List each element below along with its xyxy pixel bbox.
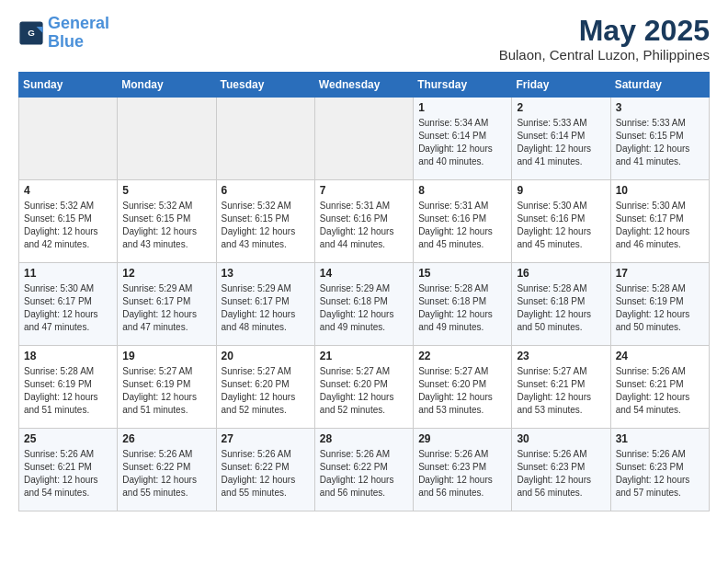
- day-number: 4: [24, 184, 112, 197]
- calendar-cell: 28Sunrise: 5:26 AM Sunset: 6:22 PM Dayli…: [314, 429, 413, 511]
- calendar-cell: 24Sunrise: 5:26 AM Sunset: 6:21 PM Dayli…: [610, 346, 709, 429]
- day-info: Sunrise: 5:26 AM Sunset: 6:21 PM Dayligh…: [616, 365, 704, 417]
- calendar-cell: 15Sunrise: 5:28 AM Sunset: 6:18 PM Dayli…: [414, 263, 512, 346]
- calendar-cell: 16Sunrise: 5:28 AM Sunset: 6:18 PM Dayli…: [512, 263, 610, 346]
- day-info: Sunrise: 5:26 AM Sunset: 6:22 PM Dayligh…: [222, 448, 310, 500]
- calendar-header: Sunday Monday Tuesday Wednesday Thursday…: [19, 73, 710, 98]
- day-info: Sunrise: 5:28 AM Sunset: 6:18 PM Dayligh…: [517, 282, 605, 334]
- day-info: Sunrise: 5:28 AM Sunset: 6:18 PM Dayligh…: [418, 282, 506, 334]
- day-info: Sunrise: 5:30 AM Sunset: 6:16 PM Dayligh…: [517, 200, 605, 251]
- day-info: Sunrise: 5:32 AM Sunset: 6:15 PM Dayligh…: [122, 200, 210, 251]
- day-number: 3: [616, 101, 704, 114]
- calendar-cell: 17Sunrise: 5:28 AM Sunset: 6:19 PM Dayli…: [610, 263, 709, 346]
- day-info: Sunrise: 5:26 AM Sunset: 6:22 PM Dayligh…: [122, 448, 210, 500]
- day-info: Sunrise: 5:26 AM Sunset: 6:23 PM Dayligh…: [517, 448, 605, 500]
- subtitle: Bulaon, Central Luzon, Philippines: [499, 47, 710, 63]
- day-info: Sunrise: 5:34 AM Sunset: 6:14 PM Dayligh…: [418, 117, 506, 168]
- calendar-cell: 3Sunrise: 5:33 AM Sunset: 6:15 PM Daylig…: [610, 98, 709, 180]
- day-number: 25: [24, 432, 112, 445]
- day-number: 16: [517, 267, 605, 280]
- day-number: 19: [122, 350, 210, 362]
- day-number: 6: [222, 184, 310, 197]
- calendar-cell: [216, 98, 314, 180]
- day-number: 27: [222, 432, 310, 445]
- day-number: 11: [24, 267, 112, 280]
- header-wednesday: Wednesday: [314, 73, 413, 98]
- day-number: 7: [320, 184, 408, 197]
- day-number: 18: [24, 350, 112, 362]
- calendar-cell: 2Sunrise: 5:33 AM Sunset: 6:14 PM Daylig…: [512, 98, 610, 180]
- calendar-week-3: 11Sunrise: 5:30 AM Sunset: 6:17 PM Dayli…: [19, 263, 710, 346]
- day-info: Sunrise: 5:26 AM Sunset: 6:23 PM Dayligh…: [418, 448, 506, 500]
- calendar-cell: 5Sunrise: 5:32 AM Sunset: 6:15 PM Daylig…: [118, 180, 216, 263]
- calendar-week-5: 25Sunrise: 5:26 AM Sunset: 6:21 PM Dayli…: [19, 429, 710, 511]
- calendar-week-1: 1Sunrise: 5:34 AM Sunset: 6:14 PM Daylig…: [19, 98, 710, 180]
- day-number: 2: [517, 101, 605, 114]
- day-number: 14: [320, 267, 408, 280]
- logo-text: GeneralBlue: [48, 15, 109, 52]
- day-number: 17: [616, 267, 704, 280]
- calendar-cell: 22Sunrise: 5:27 AM Sunset: 6:20 PM Dayli…: [414, 346, 512, 429]
- calendar-cell: [314, 98, 413, 180]
- calendar-cell: 27Sunrise: 5:26 AM Sunset: 6:22 PM Dayli…: [216, 429, 314, 511]
- calendar-cell: 6Sunrise: 5:32 AM Sunset: 6:15 PM Daylig…: [216, 180, 314, 263]
- day-number: 21: [320, 350, 408, 362]
- calendar-cell: 18Sunrise: 5:28 AM Sunset: 6:19 PM Dayli…: [19, 346, 118, 429]
- day-number: 29: [418, 432, 506, 445]
- header-row: Sunday Monday Tuesday Wednesday Thursday…: [19, 73, 710, 98]
- day-info: Sunrise: 5:28 AM Sunset: 6:19 PM Dayligh…: [24, 365, 112, 417]
- main-title: May 2025: [499, 15, 710, 47]
- header-thursday: Thursday: [414, 73, 512, 98]
- calendar-page: G GeneralBlue May 2025 Bulaon, Central L…: [0, 0, 728, 526]
- day-info: Sunrise: 5:30 AM Sunset: 6:17 PM Dayligh…: [616, 200, 704, 251]
- day-number: 1: [418, 101, 506, 114]
- calendar-cell: 29Sunrise: 5:26 AM Sunset: 6:23 PM Dayli…: [414, 429, 512, 511]
- day-info: Sunrise: 5:26 AM Sunset: 6:23 PM Dayligh…: [616, 448, 704, 500]
- day-number: 10: [616, 184, 704, 197]
- day-info: Sunrise: 5:26 AM Sunset: 6:22 PM Dayligh…: [320, 448, 408, 500]
- calendar-cell: 10Sunrise: 5:30 AM Sunset: 6:17 PM Dayli…: [610, 180, 709, 263]
- calendar-cell: 8Sunrise: 5:31 AM Sunset: 6:16 PM Daylig…: [414, 180, 512, 263]
- day-info: Sunrise: 5:27 AM Sunset: 6:20 PM Dayligh…: [320, 365, 408, 417]
- header-monday: Monday: [118, 73, 216, 98]
- day-number: 24: [616, 350, 704, 362]
- calendar-week-4: 18Sunrise: 5:28 AM Sunset: 6:19 PM Dayli…: [19, 346, 710, 429]
- day-number: 22: [418, 350, 506, 362]
- day-info: Sunrise: 5:29 AM Sunset: 6:17 PM Dayligh…: [122, 282, 210, 334]
- calendar-cell: 13Sunrise: 5:29 AM Sunset: 6:17 PM Dayli…: [216, 263, 314, 346]
- day-info: Sunrise: 5:27 AM Sunset: 6:20 PM Dayligh…: [222, 365, 310, 417]
- calendar-cell: 21Sunrise: 5:27 AM Sunset: 6:20 PM Dayli…: [314, 346, 413, 429]
- header-saturday: Saturday: [610, 73, 709, 98]
- day-info: Sunrise: 5:26 AM Sunset: 6:21 PM Dayligh…: [24, 448, 112, 500]
- day-number: 8: [418, 184, 506, 197]
- title-block: May 2025 Bulaon, Central Luzon, Philippi…: [499, 15, 710, 63]
- calendar-cell: 19Sunrise: 5:27 AM Sunset: 6:19 PM Dayli…: [118, 346, 216, 429]
- header-tuesday: Tuesday: [216, 73, 314, 98]
- day-info: Sunrise: 5:33 AM Sunset: 6:15 PM Dayligh…: [616, 117, 704, 168]
- day-number: 13: [222, 267, 310, 280]
- day-number: 26: [122, 432, 210, 445]
- day-info: Sunrise: 5:31 AM Sunset: 6:16 PM Dayligh…: [418, 200, 506, 251]
- calendar-cell: 12Sunrise: 5:29 AM Sunset: 6:17 PM Dayli…: [118, 263, 216, 346]
- logo: G GeneralBlue: [18, 15, 109, 52]
- day-info: Sunrise: 5:30 AM Sunset: 6:17 PM Dayligh…: [24, 282, 112, 334]
- calendar-cell: 31Sunrise: 5:26 AM Sunset: 6:23 PM Dayli…: [610, 429, 709, 511]
- day-number: 30: [517, 432, 605, 445]
- day-number: 15: [418, 267, 506, 280]
- calendar-cell: 30Sunrise: 5:26 AM Sunset: 6:23 PM Dayli…: [512, 429, 610, 511]
- header-sunday: Sunday: [19, 73, 118, 98]
- header-friday: Friday: [512, 73, 610, 98]
- calendar-cell: 14Sunrise: 5:29 AM Sunset: 6:18 PM Dayli…: [314, 263, 413, 346]
- calendar-cell: 25Sunrise: 5:26 AM Sunset: 6:21 PM Dayli…: [19, 429, 118, 511]
- day-info: Sunrise: 5:33 AM Sunset: 6:14 PM Dayligh…: [517, 117, 605, 168]
- day-number: 9: [517, 184, 605, 197]
- calendar-cell: 9Sunrise: 5:30 AM Sunset: 6:16 PM Daylig…: [512, 180, 610, 263]
- day-info: Sunrise: 5:32 AM Sunset: 6:15 PM Dayligh…: [222, 200, 310, 251]
- day-number: 23: [517, 350, 605, 362]
- day-info: Sunrise: 5:27 AM Sunset: 6:19 PM Dayligh…: [122, 365, 210, 417]
- page-header: G GeneralBlue May 2025 Bulaon, Central L…: [18, 15, 710, 63]
- calendar-cell: 23Sunrise: 5:27 AM Sunset: 6:21 PM Dayli…: [512, 346, 610, 429]
- day-number: 20: [222, 350, 310, 362]
- calendar-table: Sunday Monday Tuesday Wednesday Thursday…: [18, 72, 710, 511]
- calendar-body: 1Sunrise: 5:34 AM Sunset: 6:14 PM Daylig…: [19, 98, 710, 511]
